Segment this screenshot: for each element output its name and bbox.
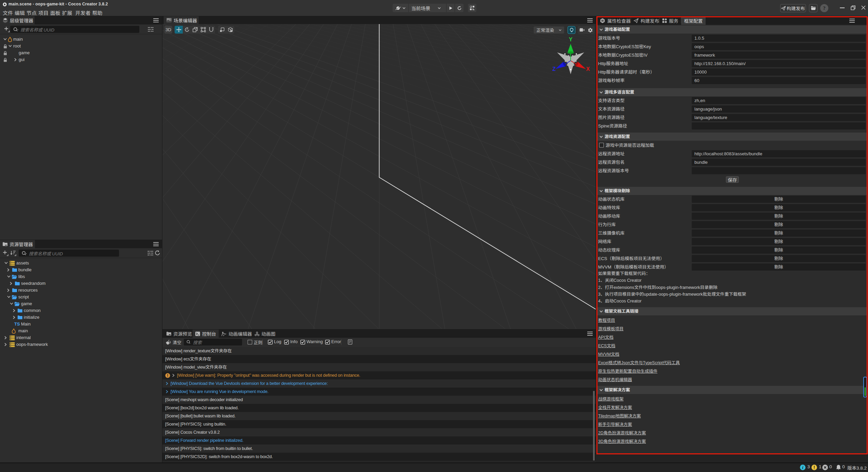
svg-text:i: i <box>802 465 804 470</box>
svg-text:X: X <box>586 66 590 72</box>
svg-text:Z: Z <box>552 66 556 72</box>
svg-text:Y: Y <box>569 37 573 42</box>
